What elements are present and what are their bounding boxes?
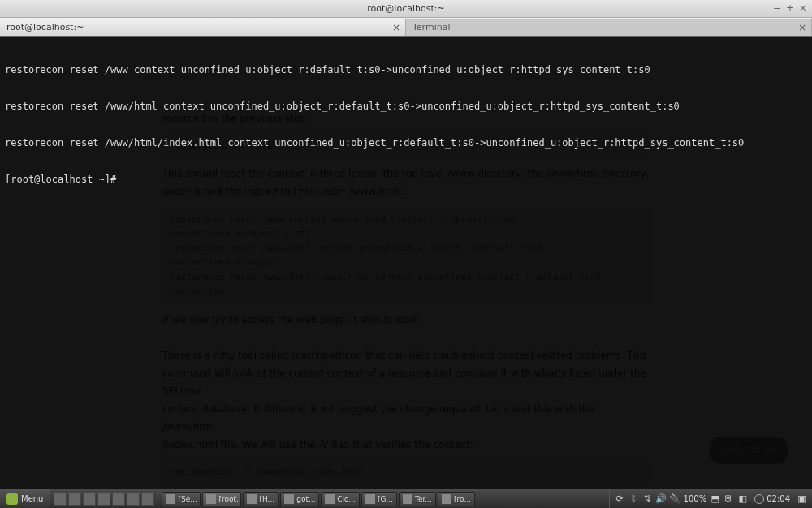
task-button[interactable]: [ro... xyxy=(438,492,475,506)
show-desktop-icon[interactable] xyxy=(54,493,67,506)
task-label: [H... xyxy=(259,495,274,503)
app-icon xyxy=(284,494,294,504)
task-button[interactable]: [Se... xyxy=(162,492,201,506)
tab-label: root@localhost:~ xyxy=(6,22,84,32)
battery-percent: 100% xyxy=(684,494,707,503)
tab-terminal-2[interactable]: Terminal × xyxy=(406,18,812,36)
quick-launch xyxy=(50,489,158,508)
tab-label: Terminal xyxy=(412,22,451,32)
taskbar: Menu [Se... [root... [H... got... Clo...… xyxy=(0,489,812,508)
close-icon[interactable]: × xyxy=(392,22,400,33)
task-label: Clo... xyxy=(337,495,356,503)
task-list: [Se... [root... [H... got... Clo... [G..… xyxy=(158,489,608,508)
task-button[interactable]: Ter... xyxy=(399,492,436,506)
maximize-button[interactable]: + xyxy=(786,2,794,14)
menu-label: Menu xyxy=(21,494,43,503)
terminal-tabs: root@localhost:~ × Terminal × xyxy=(0,18,812,37)
task-label: Ter... xyxy=(415,495,432,503)
clock[interactable]: 02:04 xyxy=(751,494,793,504)
app-icon xyxy=(442,494,451,504)
clock-icon xyxy=(754,494,764,504)
update-icon[interactable]: ⟳ xyxy=(615,493,625,504)
app-icon[interactable] xyxy=(112,493,125,506)
window-titlebar: root@localhost:~ − + × xyxy=(0,0,812,18)
volume-icon[interactable]: 🔊 xyxy=(656,493,667,504)
terminal-prompt: [root@localhost ~]# xyxy=(5,174,123,185)
bluetooth-icon[interactable]: ᛒ xyxy=(628,493,639,504)
task-button[interactable]: [H... xyxy=(243,492,279,506)
task-button[interactable]: [root... xyxy=(202,492,241,506)
task-label: [G... xyxy=(378,495,393,503)
app-icon xyxy=(166,494,175,504)
task-button[interactable]: Clo... xyxy=(321,492,360,506)
tray-icon[interactable]: ⬒ xyxy=(710,493,720,504)
browser-icon[interactable] xyxy=(97,493,110,506)
terminal-prompt-line: [root@localhost ~]# xyxy=(5,174,807,186)
app-icon xyxy=(325,494,335,504)
task-button[interactable]: got... xyxy=(280,492,319,506)
terminal-line: restorecon reset /www/html context uncon… xyxy=(5,101,807,113)
distro-logo-icon xyxy=(6,493,18,505)
network-icon[interactable]: ⇅ xyxy=(642,493,653,504)
battery-icon[interactable]: 🔌 xyxy=(670,493,680,504)
terminal-line: restorecon reset /www/html/index.html co… xyxy=(5,137,807,149)
task-button[interactable]: [G... xyxy=(361,492,397,506)
terminal-line: restorecon reset /www context unconfined… xyxy=(5,64,807,76)
window-title: root@localhost:~ xyxy=(367,3,444,14)
close-icon[interactable]: × xyxy=(798,22,806,33)
menu-button[interactable]: Menu xyxy=(0,489,50,508)
task-label: [ro... xyxy=(454,495,471,503)
app-icon xyxy=(247,494,257,504)
app-icon[interactable] xyxy=(127,493,140,506)
shield-icon[interactable]: ⛨ xyxy=(723,493,734,504)
task-label: [Se... xyxy=(178,495,197,503)
system-tray: ⟳ ᛒ ⇅ 🔊 🔌 100% ⬒ ⛨ ◧ 02:04 ▣ xyxy=(609,489,812,508)
tab-terminal-1[interactable]: root@localhost:~ × xyxy=(0,18,406,36)
terminal-body[interactable]: restorecon reset /www context unconfined… xyxy=(0,37,812,489)
tray-icon[interactable]: ◧ xyxy=(737,493,748,504)
app-icon xyxy=(403,494,412,504)
file-manager-icon[interactable] xyxy=(68,493,81,506)
terminal-icon[interactable] xyxy=(83,493,96,506)
close-button[interactable]: × xyxy=(799,2,807,14)
app-icon[interactable] xyxy=(141,493,154,506)
app-icon xyxy=(206,494,216,504)
tray-icon[interactable]: ▣ xyxy=(797,493,807,504)
clock-time: 02:04 xyxy=(767,494,790,503)
task-label: got... xyxy=(296,495,315,503)
minimize-button[interactable]: − xyxy=(773,2,781,14)
task-label: [root... xyxy=(218,495,241,503)
app-icon xyxy=(365,494,375,504)
